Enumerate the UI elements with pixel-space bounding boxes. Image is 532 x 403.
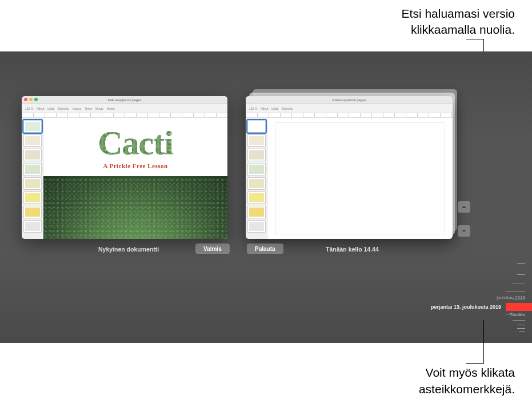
toolbar-item[interactable]: Media xyxy=(107,107,115,110)
app-toolbar: 125 % Näytä Lisää Taulukko xyxy=(246,104,453,113)
timeline-selected-label: perjantai 13. joulukuuta 2019 xyxy=(431,304,501,310)
hero-image xyxy=(43,176,227,239)
previous-version-button[interactable] xyxy=(458,201,470,213)
window-titlebar: Kaktusoppitunti.pages xyxy=(22,96,227,104)
page-thumbnails[interactable] xyxy=(246,118,267,239)
timeline-tick[interactable] xyxy=(517,274,525,275)
document-heading: Cacti xyxy=(63,123,207,163)
timeline-tick[interactable] xyxy=(517,328,525,329)
page-thumbnail[interactable] xyxy=(247,149,266,161)
timeline-tick[interactable] xyxy=(506,292,525,292)
zoom-icon[interactable] xyxy=(34,98,38,101)
callout-timeline: Voit myös klikata asteikkomerkkejä. xyxy=(419,365,515,397)
page-thumbnail[interactable] xyxy=(23,149,42,161)
timeline-tick[interactable] xyxy=(519,332,525,332)
toolbar-item[interactable]: Lisää xyxy=(47,107,54,110)
blank-page xyxy=(275,122,445,234)
page-thumbnail[interactable] xyxy=(23,163,42,175)
timeline-tick[interactable] xyxy=(513,300,525,300)
toolbar-zoom: 125 % xyxy=(249,107,257,110)
callout-text: klikkaamalla nuolia. xyxy=(402,22,515,38)
page-thumbnail[interactable] xyxy=(247,206,266,218)
minimize-icon[interactable] xyxy=(29,98,33,101)
version-timeline[interactable]: joulukuu 2019 perjantai 13. joulukuuta 2… xyxy=(463,223,532,337)
done-button[interactable]: Valmis xyxy=(195,244,230,254)
toolbar-item: Lisää xyxy=(271,107,278,110)
callout-leader-line xyxy=(483,320,484,364)
timeline-selected-marker[interactable]: perjantai 13. joulukuuta 2019 xyxy=(506,303,532,311)
timeline-tick[interactable] xyxy=(513,320,525,321)
window-title: Kaktusoppitunti.pages xyxy=(107,98,141,102)
page-thumbnail[interactable] xyxy=(23,191,42,204)
toolbar-item[interactable]: Teksti xyxy=(85,107,92,110)
timeline-tick[interactable] xyxy=(517,263,525,264)
restore-button[interactable]: Palauta xyxy=(247,244,283,254)
toolbar-zoom[interactable]: 125 % xyxy=(25,107,33,110)
document-subheading: A Prickle Free Lesson xyxy=(43,162,227,169)
chevron-up-icon xyxy=(461,204,467,210)
page-thumbnail[interactable] xyxy=(247,177,266,190)
toolbar-item: Näytä xyxy=(261,107,268,110)
past-version-window: Kaktusoppitunti.pages 125 % Näytä Lisää … xyxy=(246,96,453,239)
callout-text: Voit myös klikata xyxy=(419,365,515,381)
window-titlebar: Kaktusoppitunti.pages xyxy=(246,96,453,104)
callout-arrows: Etsi haluamasi versio klikkaamalla nuoli… xyxy=(402,6,515,38)
document-canvas[interactable]: Cacti A Prickle Free Lesson xyxy=(43,118,227,239)
toolbar-item[interactable]: Näytä xyxy=(37,107,44,110)
page-thumbnail[interactable] xyxy=(23,206,42,218)
page-thumbnails[interactable] xyxy=(22,118,43,239)
callout-text: asteikkomerkkejä. xyxy=(419,381,515,397)
toolbar-item: Taulukko xyxy=(282,107,293,110)
page-thumbnail[interactable] xyxy=(23,134,42,147)
page-thumbnail[interactable] xyxy=(247,134,266,147)
page-thumbnail[interactable] xyxy=(23,120,42,133)
timeline-tick[interactable] xyxy=(513,284,525,284)
current-document-window: Kaktusoppitunti.pages 125 % Näytä Lisää … xyxy=(22,96,227,239)
toolbar-item[interactable]: Kaavio xyxy=(73,107,81,110)
page-thumbnail[interactable] xyxy=(247,120,266,133)
page-thumbnail[interactable] xyxy=(23,177,42,190)
timeline-tick[interactable] xyxy=(517,325,525,325)
ruler xyxy=(22,113,227,118)
callout-text: Etsi haluamasi versio xyxy=(402,6,515,22)
close-icon[interactable] xyxy=(24,98,27,101)
document-canvas[interactable] xyxy=(267,118,453,239)
toolbar-item[interactable]: Taulukko xyxy=(58,107,69,110)
window-title: Kaktusoppitunti.pages xyxy=(332,98,366,102)
versions-stage: Kaktusoppitunti.pages 125 % Näytä Lisää … xyxy=(0,51,532,343)
app-toolbar: 125 % Näytä Lisää Taulukko Kaavio Teksti… xyxy=(22,104,227,113)
ruler xyxy=(246,113,453,118)
toolbar-item[interactable]: Muoto xyxy=(95,107,103,110)
current-document-label: Nykyinen dokumentti xyxy=(98,246,159,253)
page-thumbnail[interactable] xyxy=(247,163,266,175)
page-thumbnail[interactable] xyxy=(247,191,266,204)
page-thumbnail[interactable] xyxy=(23,220,42,233)
version-timestamp-label: Tänään kello 14.44 xyxy=(326,246,379,253)
page-thumbnail[interactable] xyxy=(247,220,266,233)
timeline-tick[interactable] xyxy=(506,314,525,315)
traffic-lights[interactable] xyxy=(24,98,38,101)
